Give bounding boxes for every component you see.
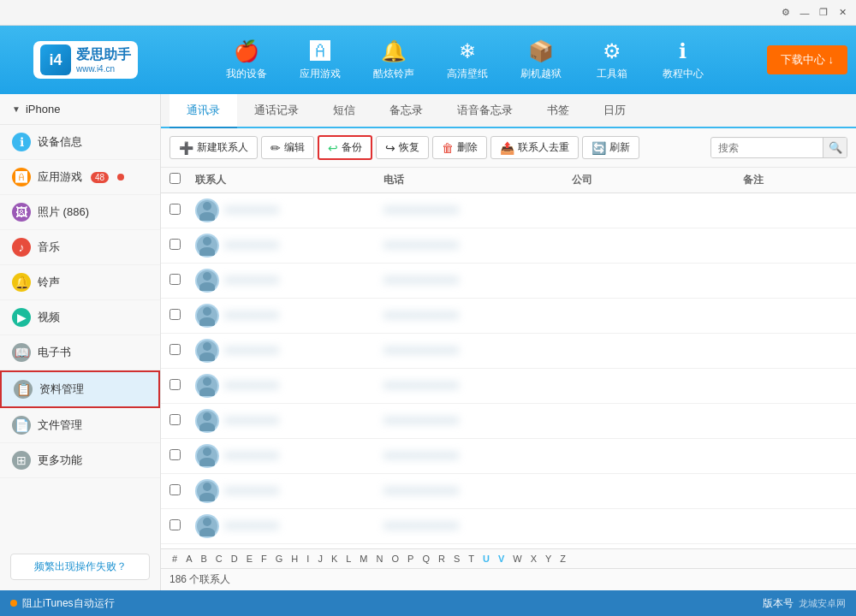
row-select-checkbox[interactable] — [169, 344, 181, 355]
problem-button[interactable]: 频繁出现操作失败？ — [10, 554, 150, 580]
row-select-checkbox[interactable] — [169, 274, 181, 285]
alpha-F[interactable]: F — [259, 553, 270, 565]
contact-name: XXXXXXXX — [224, 380, 279, 392]
table-row[interactable]: XXXXXXXX XXXXXXXXXXX — [161, 228, 856, 264]
row-select-checkbox[interactable] — [169, 239, 181, 250]
alpha-J[interactable]: J — [315, 553, 325, 565]
tab-contacts[interactable]: 通讯录 — [169, 94, 237, 128]
sidebar-item-apps[interactable]: 🅰 应用游戏 48 — [0, 160, 160, 195]
alpha-Z[interactable]: Z — [557, 553, 568, 565]
toolbar-btn-ringtone[interactable]: 🔔 酷炫铃声 — [361, 34, 426, 86]
sidebar-item-file-mgmt[interactable]: 📄 文件管理 — [0, 408, 160, 443]
alpha-W[interactable]: W — [510, 553, 524, 565]
toolbar-btn-tutorial[interactable]: ℹ 教程中心 — [651, 34, 716, 86]
alpha-K[interactable]: K — [329, 553, 340, 565]
alpha-O[interactable]: O — [389, 553, 401, 565]
sidebar-item-video[interactable]: ▶ 视频 — [0, 300, 160, 335]
alpha-Y[interactable]: Y — [543, 553, 554, 565]
alpha-A[interactable]: A — [183, 553, 194, 565]
alpha-T[interactable]: T — [466, 553, 477, 565]
row-select-checkbox[interactable] — [169, 484, 181, 495]
alpha-P[interactable]: P — [405, 553, 416, 565]
toolbar-btn-my-device[interactable]: 🍎 我的设备 — [214, 34, 279, 86]
row-name-cell: XXXXXXXX — [195, 198, 383, 222]
avatar-image — [197, 516, 217, 536]
contacts-table: 联系人 电话 公司 备注 XXXXXXXX XXXXXXXXXXX — [161, 168, 856, 548]
edit-button[interactable]: ✏ 编辑 — [261, 136, 314, 159]
alpha-N[interactable]: N — [374, 553, 386, 565]
alpha-I[interactable]: I — [304, 553, 312, 565]
download-button[interactable]: 下载中心 ↓ — [767, 45, 847, 74]
row-phone-cell: XXXXXXXXXXX — [383, 275, 572, 287]
tab-calendar[interactable]: 日历 — [586, 94, 643, 128]
alpha-X[interactable]: X — [528, 553, 539, 565]
settings-icon[interactable]: ⚙ — [779, 6, 793, 20]
table-row[interactable]: XXXXXXXX XXXXXXXXXXX — [161, 299, 856, 334]
search-input[interactable] — [711, 139, 823, 157]
alpha-U[interactable]: U — [480, 553, 492, 565]
table-row[interactable]: XXXXXXXX XXXXXXXXXXX — [161, 193, 856, 228]
sidebar-item-ebook[interactable]: 📖 电子书 — [0, 335, 160, 370]
close-icon[interactable]: ✕ — [835, 6, 849, 20]
row-select-checkbox[interactable] — [169, 449, 181, 460]
contact-name: XXXXXXXX — [224, 485, 279, 497]
alpha-L[interactable]: L — [343, 553, 354, 565]
row-select-checkbox[interactable] — [169, 204, 181, 215]
action-bar: ➕ 新建联系人 ✏ 编辑 ↩ 备份 ↪ 恢复 🗑 删除 📤 联系人去重 — [161, 128, 856, 168]
alphabet-bar: #ABCDEFGHIJKLMNOPQRSTUVWXYZ — [161, 548, 856, 568]
sidebar-item-device-info[interactable]: ℹ 设备信息 — [0, 125, 160, 160]
contact-name: XXXXXXXX — [224, 520, 279, 532]
alpha-H[interactable]: H — [288, 553, 300, 565]
select-all-checkbox[interactable] — [169, 173, 181, 184]
tab-call-log[interactable]: 通话记录 — [237, 94, 316, 128]
row-select-checkbox[interactable] — [169, 309, 181, 320]
alpha-B[interactable]: B — [198, 553, 209, 565]
minimize-icon[interactable]: — — [798, 6, 811, 20]
alpha-E[interactable]: E — [244, 553, 255, 565]
sidebar-item-ringtone[interactable]: 🔔 铃声 — [0, 265, 160, 300]
table-row[interactable]: XXXXXXXX XXXXXXXXXXX — [161, 474, 856, 509]
tab-memo[interactable]: 备忘录 — [372, 94, 440, 128]
restore-button[interactable]: ↪ 恢复 — [376, 136, 429, 159]
table-row[interactable]: XXXXXXXX XXXXXXXXXXX — [161, 439, 856, 474]
restore-icon[interactable]: ❐ — [817, 6, 830, 20]
sidebar-item-photos[interactable]: 🖼 照片 (886) — [0, 195, 160, 230]
refresh-button[interactable]: 🔄 刷新 — [582, 136, 639, 159]
table-row[interactable]: XXXXXXXX XXXXXXXXXXX — [161, 334, 856, 369]
sidebar-item-data-mgmt[interactable]: 📋 资料管理 — [0, 370, 160, 408]
table-row[interactable]: XXXXXXXX XXXXXXXXXXX — [161, 404, 856, 439]
toolbar-btn-toolbox[interactable]: ⚙ 工具箱 — [582, 34, 642, 86]
table-row[interactable]: XXXXXXXX XXXXXXXXXXX — [161, 369, 856, 404]
alpha-D[interactable]: D — [229, 553, 241, 565]
alpha-V[interactable]: V — [496, 553, 507, 565]
delete-button[interactable]: 🗑 删除 — [432, 136, 487, 159]
toolbar-btn-wallpaper[interactable]: ❄ 高清壁纸 — [435, 34, 500, 86]
toolbar-btn-apps[interactable]: 🅰 应用游戏 — [288, 34, 353, 86]
alpha-G[interactable]: G — [273, 553, 286, 565]
alpha-R[interactable]: R — [436, 553, 448, 565]
tab-bookmark[interactable]: 书签 — [530, 94, 586, 128]
toolbar-btn-jailbreak[interactable]: 📦 刷机越狱 — [508, 34, 574, 86]
new-contact-button[interactable]: ➕ 新建联系人 — [169, 136, 258, 159]
watermark-text: 龙城安卓网 — [799, 597, 846, 610]
alpha-#[interactable]: # — [169, 553, 180, 565]
table-row[interactable]: XXXXXXXX XXXXXXXXXXX — [161, 264, 856, 299]
alpha-C[interactable]: C — [213, 553, 225, 565]
alpha-Q[interactable]: Q — [419, 553, 432, 565]
alpha-S[interactable]: S — [451, 553, 462, 565]
row-name-cell: XXXXXXXX — [195, 444, 383, 468]
sidebar-item-music[interactable]: ♪ 音乐 — [0, 230, 160, 265]
row-select-checkbox[interactable] — [169, 379, 181, 390]
row-select-checkbox[interactable] — [169, 519, 181, 530]
row-select-checkbox[interactable] — [169, 414, 181, 425]
contact-phone: XXXXXXXXXXX — [383, 380, 459, 392]
tab-voice-memo[interactable]: 语音备忘录 — [440, 94, 530, 128]
backup-button[interactable]: ↩ 备份 — [318, 135, 372, 160]
sidebar-item-more[interactable]: ⊞ 更多功能 — [0, 443, 160, 478]
table-row[interactable]: XXXXXXXX XXXXXXXXXXX — [161, 509, 856, 544]
photo-icon: 🖼 — [12, 203, 31, 222]
deduplicate-button[interactable]: 📤 联系人去重 — [490, 136, 579, 159]
search-button[interactable]: 🔍 — [823, 138, 847, 157]
alpha-M[interactable]: M — [357, 553, 370, 565]
tab-sms[interactable]: 短信 — [316, 94, 372, 128]
